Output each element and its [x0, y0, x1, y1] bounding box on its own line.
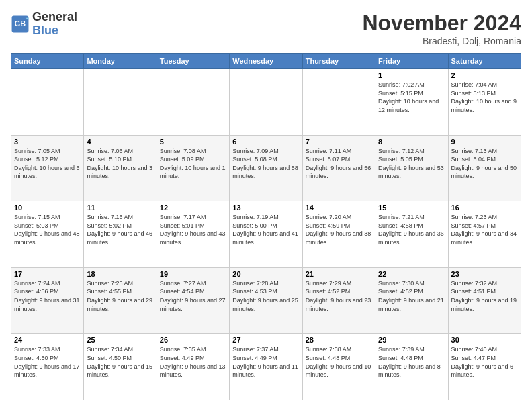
- day-info: Sunrise: 7:27 AM Sunset: 4:54 PM Dayligh…: [160, 279, 226, 313]
- day-info: Sunrise: 7:08 AM Sunset: 5:09 PM Dayligh…: [160, 147, 226, 181]
- day-number: 19: [160, 270, 226, 278]
- calendar-cell: 28Sunrise: 7:38 AM Sunset: 4:48 PM Dayli…: [302, 334, 375, 400]
- day-info: Sunrise: 7:32 AM Sunset: 4:51 PM Dayligh…: [451, 279, 518, 313]
- day-number: 8: [378, 138, 445, 146]
- calendar-cell: 23Sunrise: 7:32 AM Sunset: 4:51 PM Dayli…: [448, 267, 521, 334]
- day-info: Sunrise: 7:34 AM Sunset: 4:50 PM Dayligh…: [87, 345, 153, 379]
- day-info: Sunrise: 7:29 AM Sunset: 4:52 PM Dayligh…: [306, 279, 372, 313]
- day-number: 26: [160, 336, 226, 344]
- weekday-monday: Monday: [84, 54, 157, 69]
- day-info: Sunrise: 7:30 AM Sunset: 4:52 PM Dayligh…: [378, 279, 445, 313]
- day-number: 23: [451, 270, 518, 278]
- calendar-cell: [157, 69, 229, 136]
- day-number: 10: [14, 203, 81, 212]
- day-info: Sunrise: 7:40 AM Sunset: 4:47 PM Dayligh…: [451, 345, 518, 379]
- calendar-cell: 2Sunrise: 7:04 AM Sunset: 5:13 PM Daylig…: [448, 69, 521, 136]
- calendar-body: 1Sunrise: 7:02 AM Sunset: 5:15 PM Daylig…: [11, 69, 521, 400]
- day-number: 13: [232, 203, 299, 212]
- day-number: 17: [14, 270, 81, 278]
- day-number: 3: [14, 138, 81, 146]
- weekday-wednesday: Wednesday: [230, 54, 302, 69]
- day-info: Sunrise: 7:38 AM Sunset: 4:48 PM Dayligh…: [306, 345, 372, 379]
- calendar-cell: 14Sunrise: 7:20 AM Sunset: 4:59 PM Dayli…: [302, 201, 375, 268]
- day-number: 2: [451, 71, 518, 79]
- calendar-table: SundayMondayTuesdayWednesdayThursdayFrid…: [11, 53, 521, 400]
- logo-text: General Blue: [32, 11, 77, 38]
- calendar-cell: 20Sunrise: 7:28 AM Sunset: 4:53 PM Dayli…: [230, 267, 302, 334]
- day-info: Sunrise: 7:04 AM Sunset: 5:13 PM Dayligh…: [451, 81, 518, 114]
- location: Bradesti, Dolj, Romania: [362, 36, 521, 46]
- calendar-cell: 25Sunrise: 7:34 AM Sunset: 4:50 PM Dayli…: [84, 334, 157, 400]
- calendar-cell: 19Sunrise: 7:27 AM Sunset: 4:54 PM Dayli…: [157, 267, 229, 334]
- calendar-cell: 9Sunrise: 7:13 AM Sunset: 5:04 PM Daylig…: [448, 135, 521, 201]
- day-number: 20: [232, 270, 299, 278]
- day-number: 4: [87, 138, 153, 146]
- calendar-cell: 7Sunrise: 7:11 AM Sunset: 5:07 PM Daylig…: [302, 135, 375, 201]
- day-info: Sunrise: 7:19 AM Sunset: 5:00 PM Dayligh…: [232, 213, 299, 246]
- calendar-cell: 30Sunrise: 7:40 AM Sunset: 4:47 PM Dayli…: [448, 334, 521, 400]
- day-number: 30: [451, 336, 518, 344]
- calendar-week-3: 10Sunrise: 7:15 AM Sunset: 5:03 PM Dayli…: [11, 201, 521, 268]
- day-number: 28: [306, 336, 372, 344]
- day-info: Sunrise: 7:11 AM Sunset: 5:07 PM Dayligh…: [306, 147, 372, 181]
- day-number: 9: [451, 138, 518, 146]
- calendar-cell: 13Sunrise: 7:19 AM Sunset: 5:00 PM Dayli…: [230, 201, 302, 268]
- logo: GB General Blue: [11, 11, 77, 38]
- day-info: Sunrise: 7:09 AM Sunset: 5:08 PM Dayligh…: [232, 147, 299, 181]
- day-number: 6: [232, 138, 299, 146]
- calendar-cell: 17Sunrise: 7:24 AM Sunset: 4:56 PM Dayli…: [11, 267, 84, 334]
- day-number: 29: [378, 336, 445, 344]
- calendar-cell: [230, 69, 302, 136]
- day-info: Sunrise: 7:39 AM Sunset: 4:48 PM Dayligh…: [378, 345, 445, 379]
- day-info: Sunrise: 7:28 AM Sunset: 4:53 PM Dayligh…: [232, 279, 299, 313]
- day-info: Sunrise: 7:13 AM Sunset: 5:04 PM Dayligh…: [451, 147, 518, 181]
- day-number: 5: [160, 138, 226, 146]
- calendar-cell: 3Sunrise: 7:05 AM Sunset: 5:12 PM Daylig…: [11, 135, 84, 201]
- calendar-cell: 22Sunrise: 7:30 AM Sunset: 4:52 PM Dayli…: [375, 267, 448, 334]
- weekday-saturday: Saturday: [448, 54, 521, 69]
- day-info: Sunrise: 7:35 AM Sunset: 4:49 PM Dayligh…: [160, 345, 226, 379]
- calendar-cell: 11Sunrise: 7:16 AM Sunset: 5:02 PM Dayli…: [84, 201, 157, 268]
- weekday-friday: Friday: [375, 54, 448, 69]
- day-info: Sunrise: 7:21 AM Sunset: 4:58 PM Dayligh…: [378, 213, 445, 246]
- weekday-tuesday: Tuesday: [157, 54, 229, 69]
- calendar-cell: 27Sunrise: 7:37 AM Sunset: 4:49 PM Dayli…: [230, 334, 302, 400]
- svg-text:GB: GB: [15, 19, 26, 28]
- calendar-cell: 12Sunrise: 7:17 AM Sunset: 5:01 PM Dayli…: [157, 201, 229, 268]
- weekday-thursday: Thursday: [302, 54, 375, 69]
- calendar-cell: 5Sunrise: 7:08 AM Sunset: 5:09 PM Daylig…: [157, 135, 229, 201]
- day-number: 14: [306, 203, 372, 212]
- calendar-cell: 29Sunrise: 7:39 AM Sunset: 4:48 PM Dayli…: [375, 334, 448, 400]
- day-number: 22: [378, 270, 445, 278]
- day-number: 21: [306, 270, 372, 278]
- day-info: Sunrise: 7:05 AM Sunset: 5:12 PM Dayligh…: [14, 147, 81, 181]
- weekday-header-row: SundayMondayTuesdayWednesdayThursdayFrid…: [11, 54, 521, 69]
- day-info: Sunrise: 7:24 AM Sunset: 4:56 PM Dayligh…: [14, 279, 81, 313]
- calendar-cell: 1Sunrise: 7:02 AM Sunset: 5:15 PM Daylig…: [375, 69, 448, 136]
- day-info: Sunrise: 7:25 AM Sunset: 4:55 PM Dayligh…: [87, 279, 153, 313]
- day-number: 12: [160, 203, 226, 212]
- day-number: 1: [378, 71, 445, 79]
- calendar-cell: 18Sunrise: 7:25 AM Sunset: 4:55 PM Dayli…: [84, 267, 157, 334]
- day-number: 27: [232, 336, 299, 344]
- day-number: 15: [378, 203, 445, 212]
- day-number: 25: [87, 336, 153, 344]
- calendar-cell: 10Sunrise: 7:15 AM Sunset: 5:03 PM Dayli…: [11, 201, 84, 268]
- calendar-cell: 16Sunrise: 7:23 AM Sunset: 4:57 PM Dayli…: [448, 201, 521, 268]
- day-info: Sunrise: 7:02 AM Sunset: 5:15 PM Dayligh…: [378, 81, 445, 114]
- calendar-week-1: 1Sunrise: 7:02 AM Sunset: 5:15 PM Daylig…: [11, 69, 521, 136]
- day-number: 11: [87, 203, 153, 212]
- day-info: Sunrise: 7:37 AM Sunset: 4:49 PM Dayligh…: [232, 345, 299, 379]
- calendar-cell: 8Sunrise: 7:12 AM Sunset: 5:05 PM Daylig…: [375, 135, 448, 201]
- calendar-cell: 4Sunrise: 7:06 AM Sunset: 5:10 PM Daylig…: [84, 135, 157, 201]
- title-section: November 2024 Bradesti, Dolj, Romania: [362, 11, 521, 46]
- logo-icon: GB: [11, 15, 30, 34]
- calendar-cell: [11, 69, 84, 136]
- day-info: Sunrise: 7:12 AM Sunset: 5:05 PM Dayligh…: [378, 147, 445, 181]
- page-header: GB General Blue November 2024 Bradesti, …: [11, 11, 521, 46]
- day-info: Sunrise: 7:33 AM Sunset: 4:50 PM Dayligh…: [14, 345, 81, 379]
- calendar-cell: 15Sunrise: 7:21 AM Sunset: 4:58 PM Dayli…: [375, 201, 448, 268]
- day-info: Sunrise: 7:06 AM Sunset: 5:10 PM Dayligh…: [87, 147, 153, 181]
- calendar-cell: 21Sunrise: 7:29 AM Sunset: 4:52 PM Dayli…: [302, 267, 375, 334]
- calendar-cell: 6Sunrise: 7:09 AM Sunset: 5:08 PM Daylig…: [230, 135, 302, 201]
